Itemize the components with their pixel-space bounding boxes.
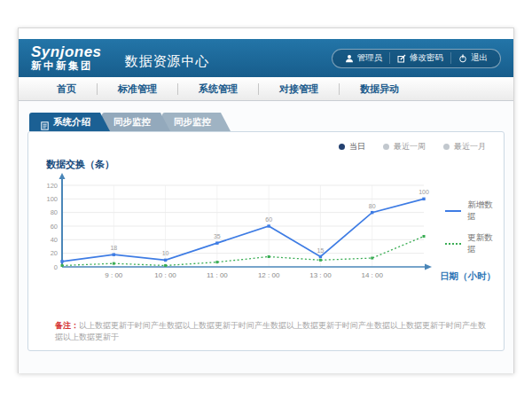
radio-dot-icon: [339, 144, 345, 150]
svg-text:35: 35: [214, 233, 221, 239]
radio-option-2[interactable]: 最近一月: [443, 141, 486, 153]
svg-text:15: 15: [317, 247, 325, 254]
radio-option-1[interactable]: 最近一周: [383, 141, 426, 153]
window-top-strip: [19, 28, 513, 39]
radio-dot-icon: [383, 144, 389, 150]
chart-container: 0204060801001209 : 0010 : 0011 : 0012 : …: [39, 173, 493, 299]
main-nav: 首页标准管理系统管理对接管理数据异动: [19, 77, 513, 101]
edit-icon: [397, 54, 406, 63]
tab-1[interactable]: 同步监控: [102, 113, 170, 131]
radio-label: 当日: [349, 141, 365, 153]
logo-brand-text: Synjones: [31, 44, 102, 59]
note-label: 备注：: [55, 321, 79, 330]
legend-line-icon: [445, 210, 461, 212]
legend-label: 新增数据: [467, 200, 493, 223]
footer-note: 备注：以上数据更新于时间产生数据以上数据更新于时间产生数据以上数据更新于时间产生…: [39, 320, 493, 342]
svg-text:11 : 00: 11 : 00: [207, 271, 228, 279]
chart-legend: 新增数据更新数据: [445, 200, 493, 255]
svg-text:120: 120: [46, 182, 58, 190]
radio-label: 最近一月: [454, 141, 486, 153]
nav-item-1[interactable]: 标准管理: [98, 82, 177, 96]
svg-text:13 : 00: 13 : 00: [309, 271, 332, 279]
svg-text:0: 0: [54, 263, 58, 271]
svg-text:20: 20: [51, 249, 58, 257]
tab-label: 同步监控: [174, 113, 211, 131]
svg-text:18: 18: [110, 245, 117, 251]
user-menu-item-1[interactable]: 修改密码: [389, 52, 450, 64]
nav-item-4[interactable]: 数据异动: [340, 82, 419, 96]
svg-text:12 : 00: 12 : 00: [258, 271, 280, 279]
x-axis-title: 日期（小时）: [440, 270, 496, 283]
radio-option-0[interactable]: 当日: [339, 141, 365, 153]
legend-item-0: 新增数据: [445, 200, 493, 223]
page-title: 数据资源中心: [125, 53, 210, 70]
radio-label: 最近一周: [394, 141, 426, 153]
svg-text:9 : 00: 9 : 00: [105, 271, 123, 279]
user-icon: [345, 54, 354, 63]
user-menu-label: 修改密码: [410, 52, 443, 64]
tab-2[interactable]: 同步监控: [162, 113, 231, 131]
user-menu-item-2[interactable]: 退出: [450, 52, 495, 64]
svg-text:10: 10: [162, 250, 169, 256]
nav-item-2[interactable]: 系统管理: [178, 82, 258, 96]
svg-text:14 : 00: 14 : 00: [361, 271, 383, 279]
tab-bar: 系统介绍同步监控同步监控: [29, 113, 505, 131]
nav-item-0[interactable]: 首页: [36, 82, 97, 96]
svg-text:80: 80: [369, 203, 376, 209]
power-icon: [458, 54, 467, 63]
user-menu-label: 管理员: [357, 52, 383, 64]
logo-company-name: 新中新集团: [31, 61, 102, 72]
svg-text:10 : 00: 10 : 00: [154, 271, 176, 279]
svg-text:80: 80: [51, 208, 58, 216]
svg-text:100: 100: [419, 189, 429, 195]
legend-item-1: 更新数据: [445, 232, 493, 255]
legend-label: 更新数据: [467, 232, 493, 255]
doc-icon: [41, 118, 49, 127]
svg-text:60: 60: [51, 223, 58, 231]
company-logo: Synjones 新中新集团: [31, 44, 102, 72]
y-axis-title: 数据交换（条）: [46, 158, 493, 171]
time-range-filter: 当日最近一周最近一月: [39, 137, 493, 153]
svg-text:100: 100: [46, 195, 58, 203]
user-menu-label: 退出: [471, 52, 488, 64]
user-menu-item-0[interactable]: 管理员: [338, 52, 390, 64]
app-header: Synjones 新中新集团 数据资源中心 管理员修改密码退出: [19, 39, 513, 77]
note-text: 以上数据更新于时间产生数据以上数据更新于时间产生数据以上数据更新于时间产生数据以…: [55, 321, 486, 341]
content-area: 系统介绍同步监控同步监控 当日最近一周最近一月 数据交换（条） 02040608…: [19, 101, 513, 373]
tab-label: 同步监控: [113, 113, 151, 131]
app-window: Synjones 新中新集团 数据资源中心 管理员修改密码退出 首页标准管理系统…: [18, 27, 514, 373]
tab-label: 系统介绍: [53, 113, 90, 131]
line-chart: 0204060801001209 : 0010 : 0011 : 0012 : …: [39, 173, 433, 290]
tab-0[interactable]: 系统介绍: [29, 113, 110, 131]
chart-card: 当日最近一周最近一月 数据交换（条） 0204060801001209 : 00…: [27, 131, 505, 351]
radio-dot-icon: [443, 144, 450, 150]
svg-text:40: 40: [51, 236, 58, 244]
legend-line-icon: [445, 243, 461, 245]
nav-item-3[interactable]: 对接管理: [259, 82, 339, 96]
user-menu: 管理员修改密码退出: [332, 49, 502, 68]
svg-text:60: 60: [265, 216, 272, 223]
